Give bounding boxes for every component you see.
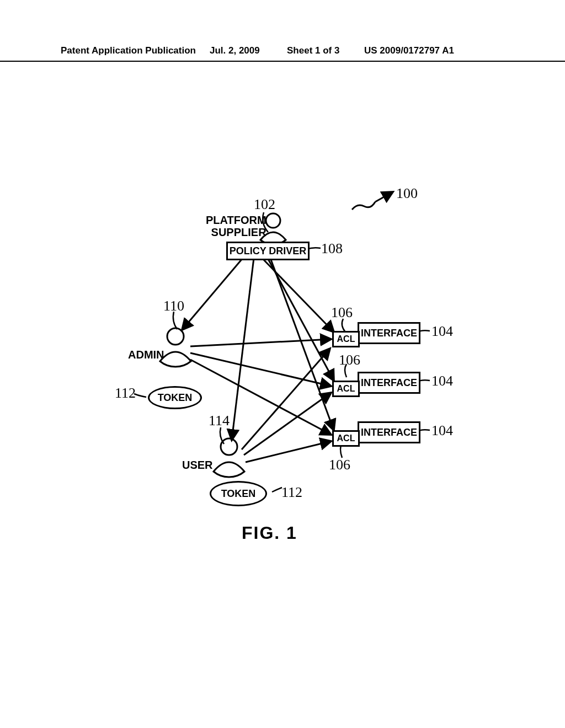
page: Patent Application Publication Jul. 2, 2… <box>0 0 565 728</box>
box-acl-3: ACL <box>332 430 360 447</box>
svg-point-14 <box>221 438 237 455</box>
ref-114: 114 <box>209 413 230 429</box>
label-platform-supplier: PLATFORM SUPPLIER <box>206 214 266 238</box>
svg-line-6 <box>190 339 331 346</box>
ellipse-token-user: TOKEN <box>210 481 267 506</box>
box-interface-3: INTERFACE <box>358 421 420 443</box>
svg-line-2 <box>262 258 334 332</box>
box-interface-1-label: INTERFACE <box>361 328 417 339</box>
svg-line-4 <box>270 258 334 430</box>
ref-106-a: 106 <box>331 304 353 321</box>
figure-caption: FIG. 1 <box>242 523 297 543</box>
ellipse-token-admin: TOKEN <box>148 386 202 409</box>
svg-line-5 <box>232 258 254 440</box>
box-policy-driver-label: POLICY DRIVER <box>230 245 307 257</box>
ref-108: 108 <box>321 240 343 257</box>
svg-point-13 <box>167 328 184 345</box>
svg-line-3 <box>268 258 334 381</box>
diagram-lines <box>0 0 565 728</box>
ref-112-admin: 112 <box>115 385 136 402</box>
label-user: USER <box>182 459 213 472</box>
svg-line-10 <box>244 393 331 455</box>
box-interface-2: INTERFACE <box>358 372 420 394</box>
header-sheet: Sheet 1 of 3 <box>287 45 339 56</box>
ref-106-b: 106 <box>339 352 360 368</box>
box-acl-1-label: ACL <box>337 334 355 344</box>
header-publication-type: Patent Application Publication <box>61 45 196 56</box>
page-header: Patent Application Publication Jul. 2, 2… <box>0 45 565 62</box>
ref-100: 100 <box>396 185 418 202</box>
box-acl-3-label: ACL <box>337 433 355 443</box>
svg-line-0 <box>375 192 393 202</box>
ref-104-a: 104 <box>431 323 453 340</box>
box-policy-driver: POLICY DRIVER <box>226 242 310 260</box>
ref-106-c: 106 <box>329 457 350 473</box>
box-interface-3-label: INTERFACE <box>361 427 417 438</box>
ref-110: 110 <box>163 298 184 314</box>
box-acl-2: ACL <box>332 381 360 397</box>
svg-line-7 <box>190 353 331 386</box>
ref-104-c: 104 <box>431 422 453 439</box>
ellipse-token-user-label: TOKEN <box>221 488 256 500</box>
label-admin: ADMIN <box>128 349 164 361</box>
box-acl-1: ACL <box>332 331 360 347</box>
svg-point-12 <box>266 213 280 228</box>
svg-line-9 <box>242 349 330 449</box>
header-publication-number: US 2009/0172797 A1 <box>364 45 454 56</box>
box-acl-2-label: ACL <box>337 384 355 394</box>
svg-line-1 <box>182 258 243 330</box>
ref-104-b: 104 <box>431 373 453 389</box>
ref-112-user: 112 <box>281 484 302 501</box>
box-interface-1: INTERFACE <box>358 322 420 344</box>
ellipse-token-admin-label: TOKEN <box>158 392 193 404</box>
header-date: Jul. 2, 2009 <box>210 45 260 56</box>
box-interface-2-label: INTERFACE <box>361 377 417 389</box>
svg-line-11 <box>246 441 331 462</box>
ref-102: 102 <box>254 196 275 213</box>
